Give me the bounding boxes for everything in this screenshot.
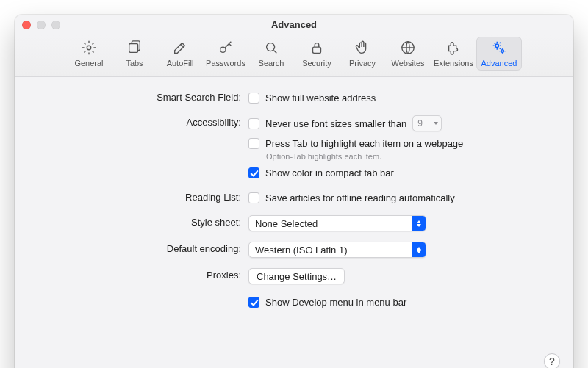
- checkbox-text: Show color in compact tab bar: [265, 167, 394, 178]
- window-title: Advanced: [15, 19, 573, 30]
- default-encoding-select[interactable]: Western (ISO Latin 1): [248, 242, 426, 258]
- font-size-value: 9: [417, 118, 423, 129]
- globe-icon: [400, 40, 416, 56]
- save-offline-checkbox[interactable]: Save articles for offline reading automa…: [248, 190, 553, 205]
- default-encoding-label: Default encoding:: [35, 242, 248, 254]
- double-gear-icon: [491, 40, 507, 56]
- checkbox-input[interactable]: [248, 118, 259, 129]
- svg-point-7: [501, 50, 504, 53]
- chevron-down-icon: [434, 122, 438, 125]
- toolbar-label: AutoFill: [167, 59, 194, 68]
- toolbar-label: Privacy: [349, 59, 376, 68]
- smart-search-field-label: Smart Search Field:: [35, 90, 248, 103]
- select-value: None Selected: [255, 218, 318, 229]
- toolbar-item-passwords[interactable]: Passwords: [203, 37, 248, 71]
- svg-point-3: [267, 43, 275, 51]
- checkbox-text: Show Develop menu in menu bar: [265, 297, 406, 308]
- gear-icon: [81, 40, 97, 56]
- tabs-icon: [126, 40, 143, 56]
- help-button[interactable]: ?: [544, 353, 560, 368]
- svg-rect-4: [313, 47, 321, 53]
- toolbar-item-tabs[interactable]: Tabs: [112, 37, 157, 71]
- checkbox-text: Show full website address: [265, 93, 376, 104]
- key-icon: [218, 40, 234, 56]
- compact-color-checkbox[interactable]: Show color in compact tab bar: [248, 165, 553, 180]
- lock-icon: [309, 40, 325, 56]
- toolbar-label: Security: [302, 59, 331, 68]
- style-sheet-label: Style sheet:: [35, 215, 248, 228]
- toolbar-label: Advanced: [481, 59, 517, 68]
- advanced-pane: Smart Search Field: Show full website ad…: [15, 77, 573, 333]
- checkbox-input[interactable]: [248, 192, 259, 203]
- hand-icon: [354, 40, 370, 56]
- toolbar-item-search[interactable]: Search: [248, 37, 294, 71]
- toolbar-item-privacy[interactable]: Privacy: [340, 37, 385, 71]
- checkbox-text: Save articles for offline reading automa…: [265, 192, 455, 203]
- font-size-select[interactable]: 9: [412, 115, 442, 131]
- toolbar-label: Search: [259, 59, 284, 68]
- toolbar-item-autofill[interactable]: AutoFill: [157, 37, 203, 71]
- checkbox-input[interactable]: [248, 93, 259, 104]
- toolbar-item-extensions[interactable]: Extensions: [431, 37, 476, 71]
- toolbar-label: Tabs: [126, 59, 143, 68]
- font-size-min-checkbox[interactable]: Never use font sizes smaller than 9: [248, 115, 553, 131]
- pencil-icon: [172, 40, 188, 56]
- toolbar-label: Websites: [391, 59, 424, 68]
- accessibility-label: Accessibility:: [35, 115, 248, 128]
- toolbar-item-security[interactable]: Security: [294, 37, 340, 71]
- select-arrows-icon: [412, 242, 426, 257]
- proxies-label: Proxies:: [35, 268, 248, 281]
- checkbox-input[interactable]: [248, 138, 259, 149]
- checkbox-text: Never use font sizes smaller than: [265, 118, 406, 129]
- toolbar-item-websites[interactable]: Websites: [385, 37, 431, 71]
- press-tab-hint: Option-Tab highlights each item.: [266, 152, 553, 161]
- titlebar: Advanced: [15, 15, 573, 35]
- change-proxy-settings-button[interactable]: Change Settings…: [248, 268, 345, 284]
- svg-point-2: [220, 47, 226, 52]
- svg-point-0: [87, 46, 91, 50]
- svg-point-6: [495, 44, 499, 48]
- preferences-window: Advanced General Tabs AutoFill Passwords…: [15, 15, 573, 368]
- toolbar-label: Extensions: [434, 59, 473, 68]
- preferences-toolbar: General Tabs AutoFill Passwords Search S…: [15, 35, 573, 77]
- press-tab-checkbox[interactable]: Press Tab to highlight each item on a we…: [248, 136, 553, 151]
- show-full-address-checkbox[interactable]: Show full website address: [248, 90, 553, 105]
- toolbar-item-general[interactable]: General: [66, 37, 112, 71]
- style-sheet-select[interactable]: None Selected: [248, 215, 426, 231]
- search-icon: [263, 40, 279, 56]
- puzzle-icon: [445, 40, 462, 56]
- select-arrows-icon: [412, 216, 426, 231]
- checkbox-text: Press Tab to highlight each item on a we…: [265, 138, 463, 149]
- toolbar-label: Passwords: [206, 59, 245, 68]
- show-develop-menu-checkbox[interactable]: Show Develop menu in menu bar: [248, 295, 553, 309]
- reading-list-label: Reading List:: [35, 190, 248, 203]
- toolbar-item-advanced[interactable]: Advanced: [476, 37, 522, 71]
- svg-rect-1: [129, 44, 138, 53]
- toolbar-label: General: [74, 59, 103, 68]
- checkbox-input[interactable]: [248, 167, 259, 178]
- checkbox-input[interactable]: [248, 297, 259, 308]
- select-value: Western (ISO Latin 1): [255, 245, 347, 256]
